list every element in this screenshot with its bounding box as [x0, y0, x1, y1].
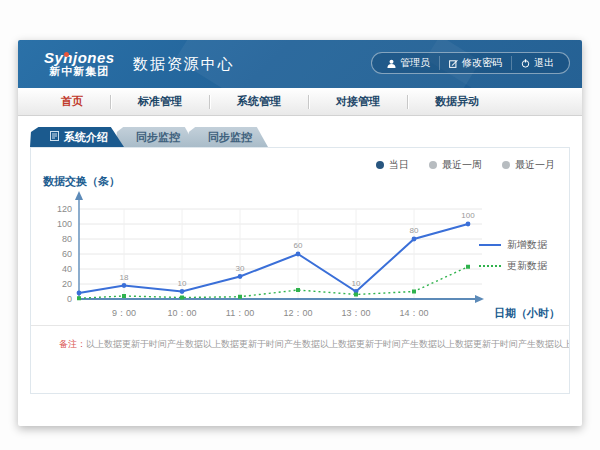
footnote-prefix: 备注：	[59, 339, 86, 349]
radio-label: 当日	[389, 158, 409, 172]
svg-text:日期（小时）: 日期（小时）	[494, 307, 560, 320]
page: Synjones 新中新集团 数据资源中心 管理员 修改密码	[0, 0, 600, 450]
change-password-label: 修改密码	[462, 56, 502, 70]
svg-text:40: 40	[62, 264, 72, 274]
change-password-button[interactable]: 修改密码	[439, 56, 511, 70]
footnote-text: 以上数据更新于时间产生数据以上数据更新于时间产生数据以上数据更新于时间产生数据以…	[86, 339, 569, 349]
tab-label: 同步监控	[208, 131, 252, 143]
tab-label: 系统介绍	[64, 127, 108, 147]
legend-swatch-icon	[479, 244, 501, 246]
tab-bar: 系统介绍 同步监控 同步监控	[30, 127, 570, 147]
svg-text:11：00: 11：00	[226, 308, 254, 318]
radio-dot-icon	[376, 161, 384, 169]
user-icon	[387, 59, 396, 68]
legend-swatch-icon	[479, 265, 501, 267]
chart-legend: 新增数据更新数据	[479, 234, 557, 276]
radio-label: 最近一周	[442, 158, 482, 172]
user-menu: 管理员 修改密码 退出	[371, 52, 570, 74]
logout-button[interactable]: 退出	[511, 56, 563, 70]
svg-text:10：00: 10：00	[167, 308, 196, 318]
tab-label: 同步监控	[136, 131, 180, 143]
footnote: 备注：以上数据更新于时间产生数据以上数据更新于时间产生数据以上数据更新于时间产生…	[31, 326, 569, 351]
radio-dot-icon	[502, 161, 510, 169]
main-nav: 首页 标准管理 系统管理 对接管理 数据异动	[18, 88, 582, 116]
logo-wordmark: Synjones	[44, 50, 115, 66]
svg-text:120: 120	[57, 204, 72, 214]
nav-item-standard-mgmt[interactable]: 标准管理	[111, 88, 209, 115]
radio-last-month[interactable]: 最近一月	[502, 157, 555, 173]
svg-text:10: 10	[352, 279, 361, 288]
legend-label: 更新数据	[507, 259, 547, 273]
radio-last-week[interactable]: 最近一周	[429, 157, 482, 173]
svg-text:14：00: 14：00	[399, 308, 428, 318]
user-label: 管理员	[400, 56, 430, 70]
app-window: Synjones 新中新集团 数据资源中心 管理员 修改密码	[18, 40, 582, 426]
current-user-button[interactable]: 管理员	[378, 56, 439, 70]
logout-icon	[521, 59, 530, 68]
document-icon	[50, 127, 59, 147]
y-axis-title: 数据交换（条）	[43, 174, 569, 187]
nav-item-interface-mgmt[interactable]: 对接管理	[309, 88, 407, 115]
svg-text:12：00: 12：00	[283, 308, 312, 318]
time-range-filter: 当日 最近一周 最近一月	[31, 148, 569, 173]
svg-text:18: 18	[120, 273, 129, 282]
main-content: 系统介绍 同步监控 同步监控 当日 最近一周	[18, 116, 582, 394]
svg-text:10: 10	[178, 279, 187, 288]
svg-text:100: 100	[57, 219, 72, 229]
chart-panel: 当日 最近一周 最近一月 数据交换（条） 0204060801001209：00…	[30, 147, 570, 394]
logout-label: 退出	[534, 56, 554, 70]
nav-item-data-change[interactable]: 数据异动	[408, 88, 506, 115]
svg-text:100: 100	[461, 211, 475, 220]
svg-text:80: 80	[410, 226, 419, 235]
page-title: 数据资源中心	[133, 55, 235, 74]
legend-item[interactable]: 新增数据	[479, 234, 557, 255]
tab-sync-monitor-2[interactable]: 同步监控	[188, 127, 268, 147]
svg-text:60: 60	[62, 249, 72, 259]
company-logo: Synjones 新中新集团	[44, 50, 115, 77]
radio-dot-icon	[429, 161, 437, 169]
legend-label: 新增数据	[507, 238, 547, 252]
nav-item-home[interactable]: 首页	[34, 88, 110, 115]
svg-text:80: 80	[62, 234, 72, 244]
tab-system-intro[interactable]: 系统介绍	[30, 127, 124, 147]
app-header: Synjones 新中新集团 数据资源中心 管理员 修改密码	[18, 40, 582, 88]
svg-text:13：00: 13：00	[341, 308, 370, 318]
svg-text:60: 60	[294, 241, 303, 250]
tab-sync-monitor-1[interactable]: 同步监控	[116, 127, 196, 147]
svg-text:0: 0	[67, 294, 72, 304]
svg-text:30: 30	[236, 264, 245, 273]
radio-today[interactable]: 当日	[376, 157, 409, 173]
nav-item-system-mgmt[interactable]: 系统管理	[210, 88, 308, 115]
radio-label: 最近一月	[515, 158, 555, 172]
legend-item[interactable]: 更新数据	[479, 255, 557, 276]
svg-text:9：00: 9：00	[112, 308, 136, 318]
logo-cn-name: 新中新集团	[44, 66, 115, 78]
svg-text:20: 20	[62, 279, 72, 289]
edit-icon	[449, 59, 458, 68]
